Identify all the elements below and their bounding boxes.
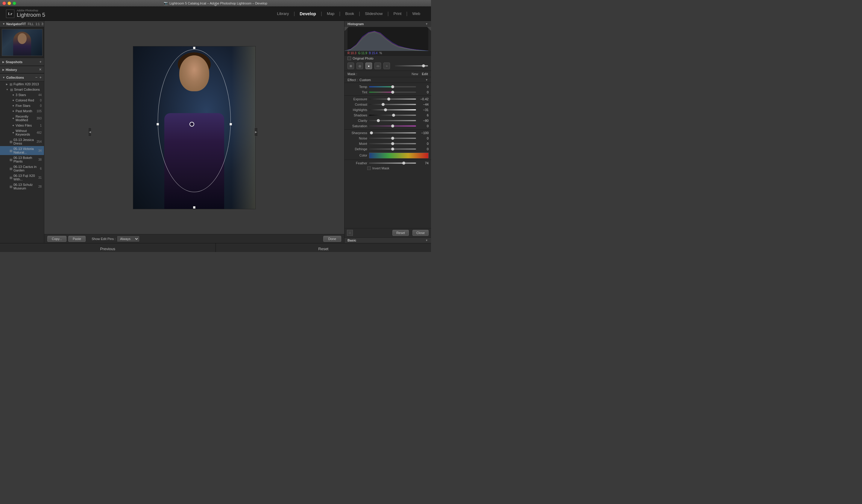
title-icon: 📷 bbox=[164, 1, 168, 5]
basic-dropdown-icon[interactable]: ▼ bbox=[425, 239, 428, 242]
nav-opt-3to1[interactable]: 3:1 bbox=[42, 23, 44, 26]
list-item[interactable]: ▶ ▤ 03-13 Jessica Dress 254 bbox=[0, 137, 44, 146]
collections-header[interactable]: ▼ Collections − + bbox=[0, 74, 44, 81]
tint-thumb[interactable] bbox=[391, 91, 394, 94]
sharpness-track[interactable] bbox=[369, 132, 416, 133]
list-item[interactable]: ▶ ✦ Colored Red 0 bbox=[0, 97, 44, 103]
coll-count: 254 bbox=[37, 140, 42, 143]
list-item[interactable]: ▶ ▤ 06-13 Bokeh Plants 38 bbox=[0, 155, 44, 164]
maximize-button[interactable] bbox=[13, 1, 16, 5]
list-item[interactable]: ▶ ✦ Video Files 1 bbox=[0, 123, 44, 128]
paste-button[interactable]: Paste bbox=[68, 236, 86, 242]
list-item[interactable]: ▶ ▤ 06-13 Schulz Museum 28 bbox=[0, 182, 44, 191]
done-button[interactable]: Done bbox=[323, 236, 341, 242]
histogram-dropdown-icon[interactable]: ▼ bbox=[425, 23, 428, 25]
tint-track[interactable] bbox=[369, 92, 416, 93]
contrast-track[interactable] bbox=[369, 104, 416, 105]
nav-library[interactable]: Library bbox=[272, 10, 293, 18]
noise-track[interactable] bbox=[369, 138, 416, 139]
collections-collapse[interactable]: − bbox=[35, 75, 38, 80]
history-clear[interactable]: ✕ bbox=[39, 68, 42, 71]
right-panel-toggle[interactable]: ▶ bbox=[254, 128, 257, 136]
tools-row: ⊞ ◎ ● ▭ ○ bbox=[344, 61, 431, 71]
history-header[interactable]: ▶ History ✕ bbox=[0, 66, 44, 73]
nav-develop[interactable]: Develop bbox=[295, 10, 321, 18]
nav-print[interactable]: Print bbox=[389, 10, 406, 18]
center-area: ◀ ▶ Co bbox=[44, 21, 344, 243]
tool-circle[interactable]: ○ bbox=[383, 63, 390, 69]
feather-track[interactable] bbox=[369, 162, 416, 164]
snapshots-add[interactable]: + bbox=[39, 59, 42, 64]
contrast-thumb[interactable] bbox=[382, 103, 384, 106]
reset-button[interactable]: Reset bbox=[392, 230, 409, 236]
nav-opt-1to1[interactable]: 1:1 bbox=[36, 23, 40, 26]
exposure-thumb[interactable] bbox=[387, 97, 390, 101]
mask-edit-button[interactable]: Edit bbox=[422, 72, 428, 76]
highlights-thumb[interactable] bbox=[384, 108, 387, 111]
mask-new-button[interactable]: New bbox=[412, 72, 418, 76]
clarity-track[interactable] bbox=[369, 120, 416, 121]
list-item[interactable]: ▶ ✦ Past Month 105 bbox=[0, 108, 44, 114]
shadows-thumb[interactable] bbox=[392, 114, 395, 117]
invert-mask-checkbox[interactable] bbox=[367, 167, 371, 170]
copy-button[interactable]: Copy... bbox=[47, 236, 66, 242]
moire-track[interactable] bbox=[369, 143, 416, 144]
list-item[interactable]: ▶ ▤ Fujifilm X20 2013 bbox=[0, 81, 44, 87]
shadows-track[interactable] bbox=[369, 115, 416, 116]
list-item[interactable]: ▶ ✦ Without Keywords 482 bbox=[0, 128, 44, 137]
temp-thumb[interactable] bbox=[391, 85, 394, 88]
sharpness-thumb[interactable] bbox=[370, 131, 373, 134]
reset-bottom-button[interactable]: Reset bbox=[216, 243, 431, 252]
nav-web[interactable]: Web bbox=[408, 10, 425, 18]
list-item[interactable]: ▶ ✦ Five Stars 0 bbox=[0, 103, 44, 108]
folder-icon: ▤ bbox=[10, 176, 12, 179]
nav-slideshow[interactable]: Slideshow bbox=[360, 10, 387, 18]
list-item[interactable]: ▶ ✦ 3 Stars 44 bbox=[0, 92, 44, 97]
feather-thumb[interactable] bbox=[402, 162, 405, 164]
close-button[interactable] bbox=[2, 1, 6, 5]
defringe-track[interactable] bbox=[369, 148, 416, 150]
effect-dropdown-icon[interactable]: ▼ bbox=[425, 78, 428, 81]
histogram-title: Histogram bbox=[348, 22, 364, 26]
exposure-track[interactable] bbox=[369, 98, 416, 100]
saturation-track[interactable] bbox=[369, 125, 416, 127]
minimize-button[interactable] bbox=[8, 1, 11, 5]
navigator-preview bbox=[0, 27, 44, 58]
moire-slider-row: Moiré 0 bbox=[344, 141, 431, 146]
temp-track[interactable] bbox=[369, 86, 416, 88]
navigator-header[interactable]: ▼ Navigator FIT FILL 1:1 3:1 bbox=[0, 21, 44, 27]
nav-opt-fill[interactable]: FILL bbox=[28, 23, 34, 26]
navigator-thumbnail[interactable] bbox=[2, 29, 42, 56]
defringe-thumb[interactable] bbox=[391, 148, 394, 150]
list-item[interactable]: ▶ ▤ 06-13 Fuji X20 With... 31 bbox=[0, 173, 44, 182]
list-item[interactable]: ▶ ▤ 06-13 Cactus in Garden 6 bbox=[0, 164, 44, 173]
color-swatch[interactable] bbox=[369, 152, 429, 158]
moire-thumb[interactable] bbox=[391, 142, 394, 145]
nav-book[interactable]: Book bbox=[340, 10, 359, 18]
snapshots-title: Snapshots bbox=[6, 60, 39, 64]
color-gradient-icon bbox=[369, 153, 428, 158]
tool-radial[interactable]: ◎ bbox=[356, 63, 363, 69]
left-panel-toggle[interactable]: ◀ bbox=[89, 128, 92, 136]
list-item[interactable]: ▶ ✦ Recently Modified 393 bbox=[0, 114, 44, 123]
list-item[interactable]: ▼ ▤ Smart Collections bbox=[0, 87, 44, 92]
saturation-thumb[interactable] bbox=[391, 124, 394, 128]
previous-button[interactable]: Previous bbox=[0, 243, 216, 252]
clarity-thumb[interactable] bbox=[377, 119, 380, 122]
square-icon[interactable]: □ bbox=[347, 230, 353, 236]
effect-value: Custom bbox=[360, 78, 425, 82]
tool-radial-active[interactable]: ● bbox=[365, 63, 372, 69]
list-item[interactable]: ▶ ▤ 05-13 Victoria Natural... 34 bbox=[0, 146, 44, 155]
pins-select[interactable]: Always Never Auto Selected bbox=[117, 236, 139, 241]
tool-feather-slider[interactable] bbox=[395, 65, 428, 66]
collections-add[interactable]: + bbox=[39, 75, 42, 80]
nav-opt-fit[interactable]: FIT bbox=[22, 23, 26, 26]
tool-rect[interactable]: ▭ bbox=[375, 63, 381, 69]
original-photo-checkbox[interactable] bbox=[348, 56, 351, 60]
tool-grid[interactable]: ⊞ bbox=[348, 63, 354, 69]
noise-thumb[interactable] bbox=[391, 137, 394, 140]
close-button[interactable]: Close bbox=[413, 230, 429, 236]
snapshots-header[interactable]: ▶ Snapshots + bbox=[0, 58, 44, 66]
nav-map[interactable]: Map bbox=[322, 10, 339, 18]
highlights-track[interactable] bbox=[369, 109, 416, 110]
